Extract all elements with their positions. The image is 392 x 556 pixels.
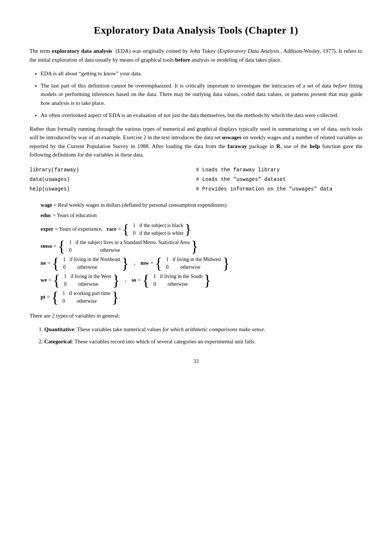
variable-definitions: wage = Real weekly wages in dollars (def…: [30, 200, 362, 305]
var-smsa: smsa = { 1 if the subject lives in a Sta…: [41, 238, 362, 254]
pt-brace: { 1 if working part time 0 otherwise }: [51, 289, 119, 305]
smsa-cases: 1 if the subject lives in a Standard Met…: [66, 238, 190, 254]
smsa-brace: { 1 if the subject lives in a Standard M…: [58, 238, 198, 254]
type-quantitative: Quantitative: These variables take numer…: [44, 325, 362, 334]
book-title-italic: Exploratory Data Analysis: [219, 48, 279, 54]
so-unit: so = { 1 if living in the South 0 otherw…: [131, 272, 211, 288]
types-intro: There are 2 types of variables in genera…: [30, 312, 362, 320]
intro-paragraph: The term exploratory data analysis (EDA)…: [30, 47, 362, 64]
page-title: Exploratory Data Analysis Tools (Chapter…: [30, 22, 362, 38]
pt-period: .: [119, 292, 120, 302]
intro-text-paren: (EDA) was originally coined by John Tuke…: [112, 48, 219, 54]
var-so-label: so: [131, 275, 136, 285]
var-educ-label: educ: [41, 212, 51, 218]
eda-bold: exploratory data analysis: [52, 48, 112, 54]
ne-unit: ne = { 1 if living in the Northeast 0 ot…: [41, 255, 129, 271]
types-list: Quantitative: These variables take numer…: [44, 325, 362, 346]
race-case-1: 1 if the subject is black: [130, 222, 183, 229]
var-exper-label: exper: [41, 224, 54, 234]
var-wage-desc: Real weekly wages in dollars (deflated b…: [58, 202, 227, 208]
var-smsa-label: smsa: [41, 241, 52, 251]
code-library-left: library(faraway): [30, 166, 196, 175]
ne-brace: { 1 if living in the Northeast 0 otherwi…: [52, 255, 129, 271]
var-wage: wage = Real weekly wages in dollars (def…: [41, 200, 362, 210]
var-we-label: we: [41, 275, 47, 285]
race-left-brace: {: [123, 222, 129, 236]
var-educ-eq: =: [53, 212, 57, 218]
bullet-item-1: EDA is all about “getting to know” your …: [41, 69, 362, 78]
race-cases: 1 if the subject is black 0 if the subje…: [130, 222, 183, 237]
before-bold: before: [175, 57, 190, 63]
code-help-right: # Provides information on the "uswages" …: [196, 185, 362, 194]
intro-text-before: The term: [30, 48, 52, 54]
we-brace: { 1 if living in the West 0 otherwise }: [53, 272, 120, 288]
we-cases: 1 if living in the West 0 otherwise: [61, 272, 111, 288]
code-data-left: data(uswages): [30, 175, 196, 184]
var-wage-label: wage: [41, 202, 52, 208]
smsa-left-brace: {: [58, 238, 65, 254]
so-brace: { 1 if living in the South 0 otherwise }: [142, 272, 211, 288]
smsa-case-1: 1 if the subject lives in a Standard Met…: [66, 238, 190, 246]
type-categorical: Categorical: These variables record into…: [44, 337, 362, 346]
var-exper-race: exper = Years of experience, race = { 1 …: [41, 222, 362, 237]
var-ne-label: ne: [41, 258, 46, 268]
ne-cases: 1 if living in the Northeast 0 otherwise: [61, 255, 120, 271]
smsa-right-brace: }: [191, 238, 198, 254]
intro-text-end: analysis or modeling of data takes place…: [190, 57, 281, 63]
code-block: library(faraway) # Loads the faraway lib…: [30, 166, 362, 193]
example-paragraph: Rather than formally running through the…: [30, 125, 362, 159]
var-we-so: we = { 1 if living in the West 0 otherwi…: [41, 272, 362, 288]
page-number: 33: [30, 357, 362, 365]
code-library-right: # Loads the faraway library: [196, 166, 362, 175]
mw-cases: 1 if living in the Midwest 0 otherwise: [164, 255, 221, 271]
race-right-brace: }: [185, 222, 191, 236]
pt-cases: 1 if working part time 0 otherwise: [60, 289, 110, 305]
var-educ: educ = Years of education: [41, 211, 362, 220]
mw-unit: mw = { 1 if living in the Midwest 0 othe…: [141, 255, 230, 271]
race-case-0: 0 if the subject is white: [130, 229, 183, 237]
var-race-label: race: [107, 224, 117, 234]
var-wage-eq: =: [54, 202, 58, 208]
comma-ne-mw: ,: [134, 258, 135, 268]
mw-brace: { 1 if living in the Midwest 0 otherwise…: [155, 255, 230, 271]
race-brace: { 1 if the subject is black 0 if the sub…: [123, 222, 192, 237]
var-mw-label: mw: [141, 258, 149, 268]
bullet-item-2: The last part of this definition cannot …: [41, 82, 362, 107]
code-data-right: # Loads the "uswages" dataset: [196, 175, 362, 184]
comma-we-so: ,: [125, 275, 127, 285]
var-ne-mw: ne = { 1 if living in the Northeast 0 ot…: [41, 255, 362, 271]
var-pt: pt = { 1 if working part time 0 otherwis…: [41, 289, 362, 305]
var-educ-desc: Years of education: [57, 212, 97, 218]
bullet-list: EDA is all about “getting to know” your …: [41, 69, 362, 120]
we-unit: we = { 1 if living in the West 0 otherwi…: [41, 272, 120, 288]
var-pt-label: pt: [41, 292, 45, 302]
bullet-item-3: An often overlooked aspect of EDA is an …: [41, 111, 362, 120]
code-help-left: help(uswages): [30, 185, 196, 194]
smsa-case-0: 0 otherwise: [66, 246, 190, 254]
so-cases: 1 if living in the South 0 otherwise: [151, 272, 202, 288]
